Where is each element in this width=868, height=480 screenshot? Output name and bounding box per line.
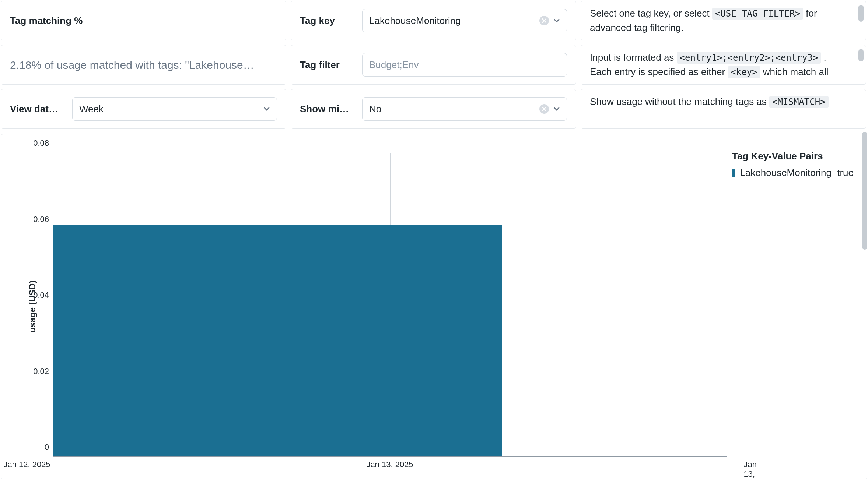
tag-key-label: Tag key (300, 15, 353, 27)
tag-filter-input-wrap[interactable] (362, 53, 567, 77)
chevron-down-icon (263, 106, 270, 112)
view-data-by-select[interactable]: Week (72, 97, 277, 121)
tag-key-value: LakehouseMonitoring (369, 15, 539, 27)
view-data-by-value: Week (79, 103, 263, 115)
chart-legend: Tag Key-Value Pairs LakehouseMonitoring=… (732, 151, 854, 179)
y-tick: 0.04 (33, 290, 49, 300)
view-data-by-panel: View dat… Week (1, 89, 286, 129)
tag-filter-panel: Tag filter (291, 45, 576, 85)
show-mismatch-panel: Show mi… No (291, 89, 576, 129)
tag-matching-stat-panel: 2.18% of usage matched with tags: "Lakeh… (1, 45, 286, 85)
usage-chart-panel: usage (USD) 00.020.040.060.08 Jan 12, 20… (1, 134, 867, 479)
chevron-down-icon (553, 106, 560, 112)
help-code: <key> (728, 66, 760, 78)
legend-title: Tag Key-Value Pairs (732, 151, 854, 162)
help-text: Show usage without the matching tags as (590, 96, 769, 107)
help-code: <USE TAG FILTER> (712, 8, 803, 20)
clear-icon[interactable] (539, 104, 549, 114)
help-code: <MISMATCH> (769, 96, 829, 108)
tag-key-help: Select one tag key, or select <USE TAG F… (581, 1, 866, 40)
tag-filter-input[interactable] (369, 59, 560, 71)
legend-item[interactable]: LakehouseMonitoring=true (732, 167, 854, 179)
y-tick: 0.08 (33, 138, 49, 148)
show-mismatch-label: Show mi… (300, 103, 353, 115)
tag-filter-label: Tag filter (300, 59, 353, 71)
bar[interactable] (278, 225, 503, 457)
plot-area (53, 153, 727, 457)
show-mismatch-select[interactable]: No (362, 97, 567, 121)
tag-matching-title: Tag matching % (10, 15, 83, 27)
x-tick: Jan 13, 2025 (744, 460, 762, 480)
help-text: Select one tag key, or select (590, 8, 712, 19)
scrollbar-thumb[interactable] (858, 49, 864, 61)
chevron-down-icon (553, 17, 560, 24)
help-code: <entry1>;<entry2>;<entry3> (677, 52, 821, 64)
tag-key-select[interactable]: LakehouseMonitoring (362, 9, 567, 32)
help-text: Input is formated as (590, 52, 677, 63)
panel-scrollbar[interactable] (858, 49, 864, 81)
scrollbar-thumb[interactable] (858, 5, 864, 22)
x-axis-line (53, 456, 727, 457)
bars-layer (53, 153, 727, 457)
help-text: which match all (763, 66, 829, 77)
tag-matching-title-panel: Tag matching % (1, 1, 286, 40)
x-tick: Jan 12, 2025 (3, 460, 50, 469)
y-tick: 0 (45, 442, 49, 452)
legend-label: LakehouseMonitoring=true (740, 167, 854, 179)
view-data-by-label: View dat… (10, 103, 63, 115)
x-tick: Jan 13, 2025 (366, 460, 413, 469)
y-tick: 0.02 (33, 367, 49, 376)
page-scrollbar-thumb[interactable] (862, 132, 867, 250)
tag-filter-help: Input is formated as <entry1>;<entry2>;<… (581, 45, 866, 85)
show-mismatch-help: Show usage without the matching tags as … (581, 89, 866, 129)
tag-matching-stat: 2.18% of usage matched with tags: "Lakeh… (10, 59, 254, 71)
bar[interactable] (53, 225, 278, 457)
panel-scrollbar[interactable] (858, 5, 864, 36)
clear-icon[interactable] (539, 16, 549, 25)
tag-key-filter-panel: Tag key LakehouseMonitoring (291, 1, 576, 40)
y-axis-ticks: 00.020.040.060.08 (21, 153, 53, 457)
show-mismatch-value: No (369, 103, 539, 115)
legend-swatch (732, 169, 735, 177)
y-tick: 0.06 (33, 215, 49, 224)
x-axis-ticks: Jan 12, 2025Jan 13, 2025Jan 13, 2025 (27, 460, 753, 472)
